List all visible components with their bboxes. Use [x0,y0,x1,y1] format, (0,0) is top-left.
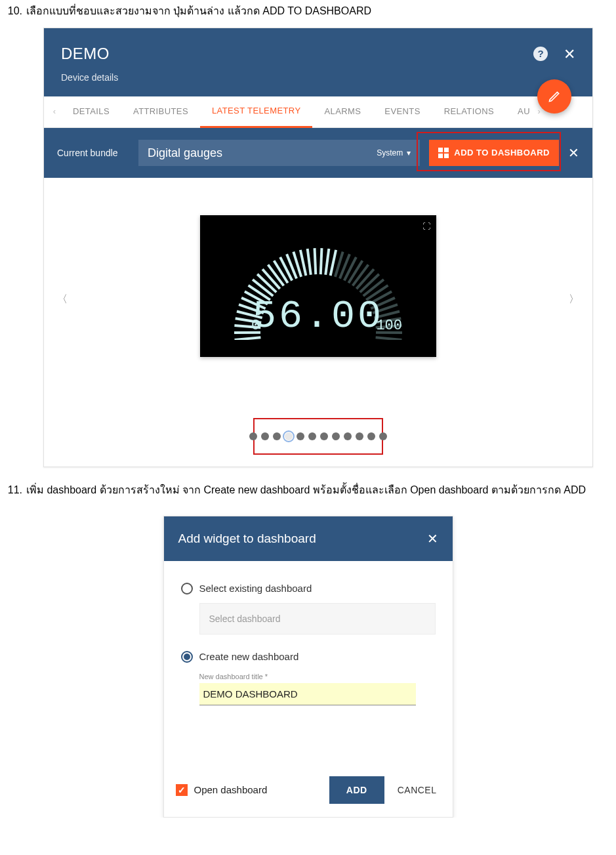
carousel-prev-icon[interactable]: 〈 [51,285,74,315]
tab-details[interactable]: DETAILS [61,96,121,128]
carousel-dot[interactable] [261,432,269,440]
carousel-dot[interactable] [356,432,363,440]
add-to-dashboard-label: ADD TO DASHBOARD [454,146,550,160]
open-dashboard-label: Open dashboard [194,782,268,798]
cancel-button[interactable]: CANCEL [398,783,437,797]
help-icon[interactable]: ? [533,47,548,61]
close-icon[interactable]: ✕ [427,528,438,549]
close-icon[interactable]: ✕ [564,43,575,66]
carousel-dot[interactable] [367,432,375,440]
step-text: เลือกแบบที่ชอบและสวยงามจาก ปุ่มด้านล่าง … [26,3,616,20]
add-widget-dialog: Add widget to dashboard ✕ Select existin… [163,516,453,818]
tab-scroll-left-icon[interactable]: ‹ [48,105,61,119]
open-dashboard-checkbox[interactable]: ✓ Open dashboard [176,782,316,798]
panel-title: DEMO [61,41,533,66]
svg-rect-0 [438,148,443,152]
tab-events[interactable]: EVENTS [373,96,432,128]
step-number: 11. [0,482,26,499]
tab-scroll-right-icon[interactable]: › [533,105,546,119]
carousel-dot[interactable] [379,432,387,440]
dialog-title: Add widget to dashboard [178,529,316,549]
option-existing-dashboard[interactable]: Select existing dashboard [181,581,436,596]
tab-latest-telemetry[interactable]: LATEST TELEMETRY [200,96,312,128]
carousel-dot[interactable] [320,432,328,440]
radio-icon [181,651,193,663]
bundle-select[interactable]: Digital gauges System ▾ [138,140,420,166]
carousel-dots [44,421,592,467]
thingsboard-panel: DEMO Device details ? ✕ ‹ DETAILS ATTRIB… [43,28,593,468]
close-bundle-icon[interactable]: ✕ [568,142,579,163]
svg-rect-2 [438,154,443,158]
widget-carousel: 〈 ⛶ 56.00 0 100 〉 [44,178,592,421]
svg-rect-3 [444,154,449,158]
carousel-dot[interactable] [344,432,352,440]
bundle-scope: System ▾ [377,147,411,159]
gauge-max: 100 [376,314,402,337]
panel-header: DEMO Device details ? ✕ [44,28,592,97]
tab-alarms[interactable]: ALARMS [312,96,373,128]
option-label: Create new dashboard [199,649,299,665]
bundle-bar: Current bundle Digital gauges System ▾ A… [44,128,592,178]
fullscreen-icon[interactable]: ⛶ [422,220,430,233]
gauge-min: 0 [251,314,260,337]
svg-line-24 [300,250,306,276]
tab-relations[interactable]: RELATIONS [432,96,506,128]
svg-line-29 [331,250,336,276]
step-number: 10. [0,3,26,20]
dashboard-icon [438,148,449,158]
select-dashboard-dropdown[interactable]: Select dashboard [199,603,436,635]
step-10: 10. เลือกแบบที่ชอบและสวยงามจาก ปุ่มด้านล… [0,3,616,20]
svg-rect-1 [444,148,449,152]
dialog-header: Add widget to dashboard ✕ [164,516,453,561]
add-button[interactable]: ADD [329,776,384,804]
step-text: เพิ่ม dashboard ด้วยการสร้างใหม่ จาก Cre… [26,482,616,499]
carousel-dot[interactable] [249,432,257,440]
new-dashboard-title-input[interactable] [199,683,416,705]
svg-line-26 [315,248,316,274]
svg-line-20 [274,261,288,283]
tabs-bar: ‹ DETAILS ATTRIBUTES LATEST TELEMETRY AL… [44,96,592,128]
checkbox-icon: ✓ [176,784,188,796]
option-create-dashboard[interactable]: Create new dashboard [181,649,436,665]
svg-line-25 [308,249,311,275]
svg-line-28 [325,249,329,275]
add-to-dashboard-button[interactable]: ADD TO DASHBOARD [429,140,559,166]
gauge-widget[interactable]: ⛶ 56.00 0 100 [200,215,436,357]
panel-subtitle: Device details [61,70,533,85]
bundle-label: Current bundle [57,146,138,160]
carousel-dot[interactable] [273,432,281,440]
carousel-dot[interactable] [308,432,316,440]
radio-icon [181,583,193,594]
new-title-label: New dashboard title * [199,671,436,683]
carousel-dot[interactable] [297,432,304,440]
carousel-dot[interactable] [332,432,340,440]
bundle-value: Digital gauges [148,144,222,163]
svg-line-27 [321,248,322,274]
chevron-down-icon: ▾ [407,147,411,159]
tab-audit-partial[interactable]: AU [506,96,533,128]
tab-attributes[interactable]: ATTRIBUTES [121,96,200,128]
carousel-dot[interactable] [285,432,293,440]
option-label: Select existing dashboard [199,581,312,596]
step-11: 11. เพิ่ม dashboard ด้วยการสร้างใหม่ จาก… [0,482,616,499]
carousel-next-icon[interactable]: 〉 [562,285,586,315]
svg-line-33 [348,261,362,283]
